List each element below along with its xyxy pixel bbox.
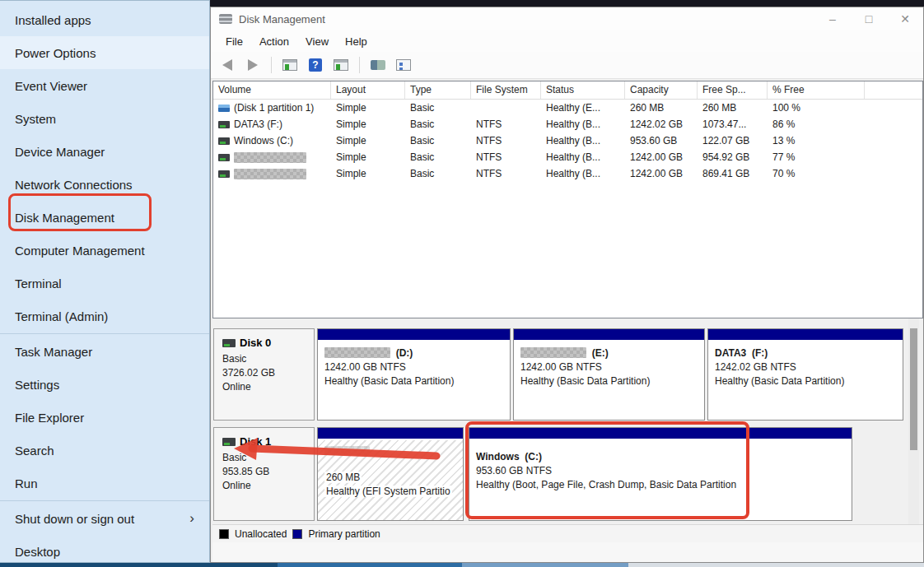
volume-icon [218,137,230,145]
primary-partition-bar [514,329,704,342]
redacted-volume-name [234,152,306,163]
toolbar-separator [271,57,272,73]
menu-item-network-connections[interactable]: Network Connections [0,168,209,201]
menu-item-desktop[interactable]: Desktop [0,535,209,567]
menu-separator [0,500,209,501]
menu-item-terminal[interactable]: Terminal [0,267,209,300]
show-action-pane-button[interactable] [331,55,351,75]
disk-management-app-icon [219,14,232,24]
show-action-pane-icon [334,59,348,71]
disk-graph-pane: Disk 0 Basic 3726.02 GB Online (D:) 1242… [212,318,923,524]
primary-partition-bar [318,329,510,342]
table-row[interactable]: DATA3 (F:) Simple Basic NTFS Healthy (B.… [213,116,922,132]
menu-item-disk-management[interactable]: Disk Management [0,201,209,234]
primary-partition-bar [469,428,852,440]
volume-list-pane: Volume Layout Type File System Status Ca… [212,81,923,318]
menu-item-device-manager[interactable]: Device Manager [0,135,209,168]
toolbar: ? [211,52,923,79]
back-button[interactable] [217,55,237,75]
action-menu[interactable]: Action [251,35,297,48]
menu-item-settings[interactable]: Settings [0,368,209,401]
partition-windows-c[interactable]: Windows (C:) 953.60 GB NTFS Healthy (Boo… [469,427,852,521]
scrollbar-thumb[interactable] [910,328,917,450]
menu-item-terminal-admin[interactable]: Terminal (Admin) [0,300,209,332]
disk1-info-box[interactable]: Disk 1 Basic 953.85 GB Online [213,427,315,521]
menu-bar: File Action View Help [211,30,923,52]
disk-icon [222,438,236,446]
table-row[interactable]: Simple Basic NTFS Healthy (B... 1242.00 … [213,149,922,165]
menu-item-computer-management[interactable]: Computer Management [0,234,209,267]
file-menu[interactable]: File [217,35,251,48]
unallocated-swatch [219,529,229,539]
toolbar-separator [359,57,360,73]
chevron-right-icon: › [189,510,194,527]
vertical-scrollbar[interactable] [908,318,919,524]
menu-item-shutdown[interactable]: Shut down or sign out › [0,502,209,535]
menu-item-search[interactable]: Search [0,434,209,467]
primary-partition-bar [708,329,903,342]
minimize-button[interactable]: – [814,7,851,30]
window-controls: – □ ✕ [814,7,923,30]
redacted-volume-name [234,169,306,179]
column-header-volume[interactable]: Volume [213,81,331,99]
menu-item-power-options[interactable]: Power Options [0,36,209,69]
legend-label: Primary partition [308,528,380,540]
volume-icon [218,154,230,161]
partition-efi[interactable]: 260 MB Healthy (EFI System Partitio [317,427,464,521]
partition-e[interactable]: (E:) 1242.00 GB NTFS Healthy (Basic Data… [513,328,705,421]
disk-tool-button[interactable] [368,55,388,75]
maximize-button[interactable]: □ [851,7,887,30]
show-console-tree-button[interactable] [280,55,300,75]
menu-separator [0,333,209,334]
disk0-info-box[interactable]: Disk 0 Basic 3726.02 GB Online [213,328,315,421]
column-header-free-space[interactable]: Free Sp... [698,81,768,99]
winx-menu: Installed apps Power Options Event Viewe… [0,0,210,563]
legend-bar: Unallocated Primary partition [212,524,923,542]
table-row[interactable]: (Disk 1 partition 1) Simple Basic Health… [213,100,922,116]
partition-data3-f[interactable]: DATA3 (F:) 1242.02 GB NTFS Healthy (Basi… [707,328,903,421]
help-button[interactable]: ? [306,55,325,75]
column-header-type[interactable]: Type [405,81,471,99]
menu-item-run[interactable]: Run [0,467,209,500]
column-header-pct-free[interactable]: % Free [768,81,865,99]
window-title: Disk Management [239,13,325,26]
forward-icon [248,59,258,71]
partition-d[interactable]: (D:) 1242.00 GB NTFS Healthy (Basic Data… [317,328,511,421]
desktop-background-strip [210,0,924,7]
table-row[interactable]: Windows (C:) Simple Basic NTFS Healthy (… [213,132,922,149]
column-header-status[interactable]: Status [541,81,625,99]
properties-icon [396,59,411,71]
volume-icon [218,170,230,178]
disk-management-window: Disk Management – □ ✕ File Action View H… [210,7,924,563]
menu-item-event-viewer[interactable]: Event Viewer [0,69,209,102]
disk-icon [222,339,236,347]
partition-icon [218,105,230,112]
properties-button[interactable] [394,55,413,75]
view-menu[interactable]: View [297,35,337,48]
back-icon [222,59,232,71]
menu-item-task-manager[interactable]: Task Manager [0,335,209,368]
close-button[interactable]: ✕ [887,7,923,30]
menu-item-label: Shut down or sign out [15,512,134,526]
column-header-layout[interactable]: Layout [331,81,405,99]
menu-item-system[interactable]: System [0,102,209,135]
help-icon: ? [309,58,322,72]
column-header-file-system[interactable]: File System [471,81,541,99]
redacted-partition-name [324,347,390,358]
legend-label: Unallocated [235,528,287,540]
volume-list-header: Volume Layout Type File System Status Ca… [213,81,922,100]
title-bar[interactable]: Disk Management – □ ✕ [211,7,923,30]
menu-item-installed-apps[interactable]: Installed apps [0,3,209,36]
primary-partition-swatch [292,529,302,539]
primary-partition-bar [318,428,463,440]
column-header-capacity[interactable]: Capacity [625,81,698,99]
disk-tool-icon [371,60,385,70]
redacted-partition-name [324,446,370,455]
menu-item-file-explorer[interactable]: File Explorer [0,401,209,434]
table-row[interactable]: Simple Basic NTFS Healthy (B... 1242.00 … [213,165,922,182]
column-header-filler [865,81,922,99]
forward-button[interactable] [243,55,263,75]
help-menu[interactable]: Help [337,35,376,48]
volume-icon [218,121,230,128]
show-console-tree-icon [282,59,297,71]
